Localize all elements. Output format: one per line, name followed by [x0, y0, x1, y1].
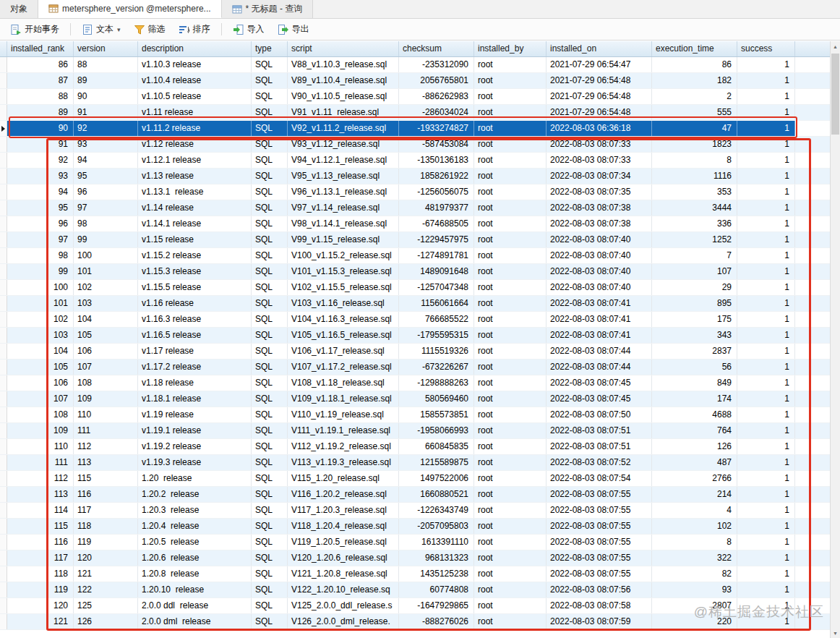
cell-type[interactable]: SQL: [252, 137, 288, 152]
table-row[interactable]: 109111v1.19.1 releaseSQLV111_v1.19.1_rel…: [0, 423, 830, 439]
table-row[interactable]: 1211262.0.0 dml releaseSQLV126_2.0.0_dml…: [0, 614, 830, 630]
cell-installed_by[interactable]: root: [474, 471, 547, 486]
cell-checksum[interactable]: 660845835: [399, 439, 474, 454]
cell-script[interactable]: V92_v1.11.2_release.sql: [288, 121, 399, 136]
cell-type[interactable]: SQL: [252, 296, 288, 311]
cell-success[interactable]: 1: [737, 360, 795, 375]
cell-success[interactable]: 1: [737, 582, 795, 597]
cell-checksum[interactable]: -1350136183: [399, 153, 474, 168]
cell-description[interactable]: v1.19 release: [138, 407, 252, 422]
cell-execution_time[interactable]: 2: [652, 89, 737, 104]
cell-installed_by[interactable]: root: [474, 121, 547, 136]
cell-description[interactable]: 1.20.2 release: [138, 487, 252, 502]
cell-checksum[interactable]: -1958066993: [399, 423, 474, 438]
cell-type[interactable]: SQL: [252, 407, 288, 422]
cell-installed_by[interactable]: root: [474, 200, 547, 216]
cell-type[interactable]: SQL: [252, 344, 288, 359]
cell-version[interactable]: 101: [74, 264, 138, 279]
cell-installed_by[interactable]: root: [474, 519, 547, 534]
cell-success[interactable]: 1: [737, 280, 795, 295]
cell-checksum[interactable]: 60774808: [399, 582, 474, 597]
cell-installed_on[interactable]: 2021-07-29 06:54:48: [547, 105, 652, 120]
cell-script[interactable]: V119_1.20.5_release.sql: [288, 535, 399, 550]
cell-success[interactable]: 1: [737, 407, 795, 422]
cell-script[interactable]: V116_1.20.2_release.sql: [288, 487, 399, 502]
cell-checksum[interactable]: -886262983: [399, 89, 474, 104]
cell-installed_by[interactable]: root: [474, 407, 547, 422]
cell-checksum[interactable]: 1115519326: [399, 344, 474, 359]
cell-installed_rank[interactable]: 94: [7, 184, 74, 200]
cell-success[interactable]: 1: [737, 105, 795, 120]
scroll-down-arrow-icon[interactable]: ▼: [831, 628, 840, 638]
cell-version[interactable]: 106: [74, 344, 138, 359]
cell-installed_by[interactable]: root: [474, 535, 547, 550]
cell-installed_on[interactable]: 2022-08-03 08:07:41: [547, 296, 652, 311]
cell-version[interactable]: 98: [74, 216, 138, 231]
cell-checksum[interactable]: 1215589875: [399, 455, 474, 470]
cell-execution_time[interactable]: 220: [652, 614, 737, 629]
cell-installed_on[interactable]: 2022-08-03 08:07:38: [547, 216, 652, 231]
cell-installed_rank[interactable]: 110: [7, 439, 74, 454]
cell-description[interactable]: 1.20.3 release: [138, 503, 252, 518]
cell-script[interactable]: V101_v1.15.3_release.sql: [288, 264, 399, 279]
cell-version[interactable]: 103: [74, 296, 138, 311]
cell-version[interactable]: 95: [74, 169, 138, 184]
cell-type[interactable]: SQL: [252, 391, 288, 407]
table-row[interactable]: 106108v1.18 releaseSQLV108_v1.18_release…: [0, 375, 830, 391]
cell-description[interactable]: 1.20.4 release: [138, 519, 252, 534]
cell-installed_on[interactable]: 2021-07-29 06:54:48: [547, 73, 652, 88]
cell-script[interactable]: V99_v1.15_release.sql: [288, 232, 399, 247]
cell-description[interactable]: v1.17 release: [138, 344, 252, 359]
column-header-execution_time[interactable]: execution_time: [652, 41, 737, 56]
cell-installed_by[interactable]: root: [474, 550, 547, 566]
cell-version[interactable]: 102: [74, 280, 138, 295]
cell-installed_on[interactable]: 2022-08-03 08:07:44: [547, 344, 652, 359]
cell-execution_time[interactable]: 4688: [652, 407, 737, 422]
cell-description[interactable]: v1.18.1 release: [138, 391, 252, 407]
cell-execution_time[interactable]: 353: [652, 184, 737, 200]
cell-installed_by[interactable]: root: [474, 455, 547, 470]
cell-installed_on[interactable]: 2022-08-03 08:07:41: [547, 312, 652, 327]
cell-installed_rank[interactable]: 92: [7, 153, 74, 168]
column-header-script[interactable]: script: [288, 41, 399, 56]
cell-version[interactable]: 97: [74, 200, 138, 216]
cell-version[interactable]: 125: [74, 598, 138, 613]
cell-installed_on[interactable]: 2022-08-03 08:07:56: [547, 582, 652, 597]
filter-button[interactable]: 筛选: [128, 21, 171, 38]
cell-version[interactable]: 109: [74, 391, 138, 407]
cell-script[interactable]: V104_v1.16.3_release.sql: [288, 312, 399, 327]
cell-success[interactable]: 1: [737, 471, 795, 486]
cell-installed_by[interactable]: root: [474, 344, 547, 359]
cell-script[interactable]: V121_1.20.8_release.sql: [288, 566, 399, 582]
cell-type[interactable]: SQL: [252, 598, 288, 613]
table-row[interactable]: 1141171.20.3 releaseSQLV117_1.20.3_relea…: [0, 503, 830, 519]
cell-execution_time[interactable]: 895: [652, 296, 737, 311]
cell-version[interactable]: 92: [74, 121, 138, 136]
cell-installed_on[interactable]: 2022-08-03 08:07:45: [547, 375, 652, 391]
cell-installed_by[interactable]: root: [474, 137, 547, 152]
table-row[interactable]: 8789v1.10.4 releaseSQLV89_v1.10.4_releas…: [0, 73, 830, 89]
cell-description[interactable]: v1.15.5 release: [138, 280, 252, 295]
cell-type[interactable]: SQL: [252, 582, 288, 597]
cell-success[interactable]: 1: [737, 184, 795, 200]
table-row[interactable]: 107109v1.18.1 releaseSQLV109_v1.18.1_rel…: [0, 391, 830, 407]
cell-description[interactable]: v1.12.1 release: [138, 153, 252, 168]
cell-installed_by[interactable]: root: [474, 391, 547, 407]
cell-installed_by[interactable]: root: [474, 57, 547, 72]
cell-version[interactable]: 122: [74, 582, 138, 597]
cell-checksum[interactable]: -1257047348: [399, 280, 474, 295]
cell-checksum[interactable]: -1795595315: [399, 328, 474, 343]
cell-installed_on[interactable]: 2022-08-03 08:07:52: [547, 455, 652, 470]
cell-script[interactable]: V122_1.20.10_release.sq: [288, 582, 399, 597]
cell-version[interactable]: 120: [74, 550, 138, 566]
cell-type[interactable]: SQL: [252, 248, 288, 263]
cell-description[interactable]: v1.19.1 release: [138, 423, 252, 438]
cell-script[interactable]: V109_v1.18.1_release.sql: [288, 391, 399, 407]
cell-version[interactable]: 119: [74, 535, 138, 550]
tab-objects[interactable]: 对象: [0, 0, 38, 18]
cell-execution_time[interactable]: 343: [652, 328, 737, 343]
cell-installed_by[interactable]: root: [474, 73, 547, 88]
cell-version[interactable]: 100: [74, 248, 138, 263]
cell-installed_rank[interactable]: 100: [7, 280, 74, 295]
cell-description[interactable]: v1.10.4 release: [138, 73, 252, 88]
